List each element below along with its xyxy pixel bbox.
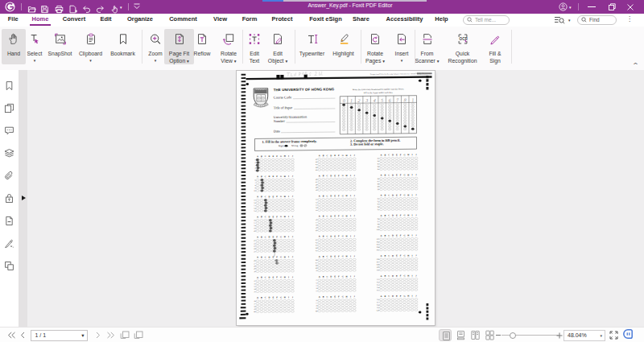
svg-text:Fill in the frame under each b: Fill in the frame under each box. (364, 92, 394, 94)
svg-text:1: 1 (350, 98, 353, 103)
svg-text:6: 6 (388, 98, 391, 103)
svg-text:0: 0 (342, 98, 345, 103)
svg-text:115: 115 (377, 289, 380, 291)
svg-text:7: 7 (396, 97, 399, 102)
svg-text:Course Code: Course Code (274, 95, 291, 99)
svg-text:8: 8 (404, 97, 407, 102)
svg-text:OCR: OCR (459, 37, 468, 41)
svg-text:Write the University/Examinati: Write the University/Examination number … (353, 89, 405, 92)
svg-text:3. Do not fold or staple.: 3. Do not fold or staple. (350, 142, 384, 146)
svg-text:Number: Number (274, 119, 286, 123)
svg-text:105: 105 (377, 249, 380, 251)
svg-text:100: 100 (377, 229, 380, 231)
svg-text:120: 120 (377, 310, 380, 312)
svg-text:1: 1 (411, 97, 415, 102)
svg-text:4: 4 (373, 98, 376, 103)
svg-text:Right: Right (279, 144, 284, 147)
svg-text:5: 5 (381, 98, 383, 103)
svg-text:1. Fill in the answer frame co: 1. Fill in the answer frame completely. (262, 139, 317, 144)
svg-text:Date: Date (274, 129, 280, 133)
svg-text:110: 110 (377, 269, 380, 271)
svg-text:3: 3 (365, 98, 368, 103)
svg-text:THE UNIVERSITY OF HONG KONG: THE UNIVERSITY OF HONG KONG (274, 87, 335, 92)
svg-text:2: 2 (357, 98, 361, 103)
svg-text:Title of Paper: Title of Paper (274, 105, 293, 109)
svg-text:Wrong: Wrong (291, 144, 299, 147)
